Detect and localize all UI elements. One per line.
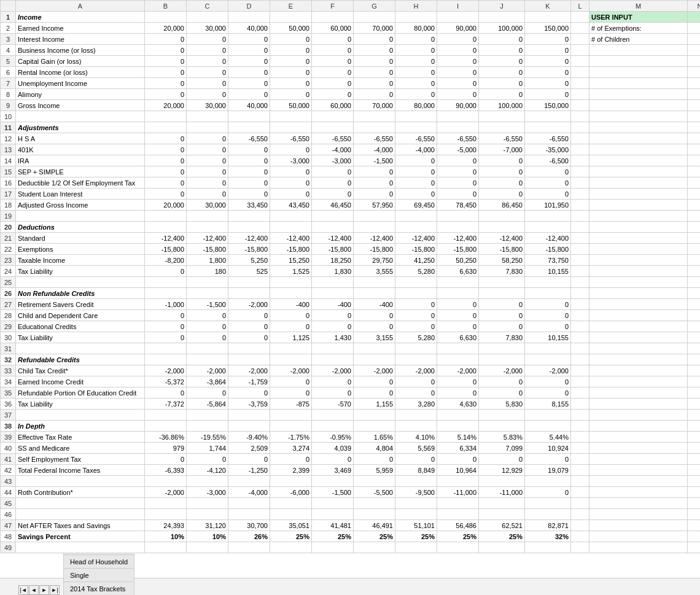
cell-a-45[interactable] [16,498,145,509]
cell-j-15[interactable]: 0 [479,166,525,177]
cell-b-16[interactable]: 0 [145,177,187,189]
cell-i-29[interactable]: 0 [437,321,479,332]
cell-e-22[interactable]: -15,800 [270,244,312,255]
cell-d-32[interactable] [228,354,270,365]
cell-i-48[interactable]: 25% [437,531,479,542]
tab-2014-tax-brackets[interactable]: 2014 Tax Brackets [63,581,134,595]
cell-f-41[interactable]: 0 [312,454,354,465]
cell-d-7[interactable]: 0 [228,78,270,89]
cell-f-9[interactable]: 60,000 [312,100,354,111]
cell-b-8[interactable]: 0 [145,89,187,100]
cell-k-49[interactable] [525,542,571,553]
cell-k-41[interactable]: 0 [525,454,571,465]
cell-k-2[interactable]: 150,000 [525,23,571,34]
cell-c-45[interactable] [187,498,228,509]
cell-h-9[interactable]: 80,000 [395,100,437,111]
cell-h-22[interactable]: -15,800 [395,244,437,255]
cell-h-14[interactable]: 0 [395,155,437,166]
cell-c-6[interactable]: 0 [187,67,228,78]
cell-b-32[interactable] [145,354,187,365]
cell-a-32[interactable]: Refundable Credits [16,354,145,365]
cell-g-21[interactable]: -12,400 [354,233,395,244]
cell-f-14[interactable]: -3,000 [312,155,354,166]
cell-e-18[interactable]: 43,450 [270,200,312,211]
cell-d-37[interactable] [228,410,270,421]
cell-f-47[interactable]: 41,481 [312,520,354,531]
cell-b-18[interactable]: 20,000 [145,200,187,211]
cell-a-21[interactable]: Standard [16,233,145,244]
cell-c-5[interactable]: 0 [187,56,228,67]
cell-j-3[interactable]: 0 [479,34,525,45]
cell-h-23[interactable]: 41,250 [395,255,437,266]
cell-e-11[interactable] [270,122,312,133]
cell-h-11[interactable] [395,122,437,133]
cell-d-43[interactable] [228,476,270,487]
cell-k-5[interactable]: 0 [525,56,571,67]
cell-a-30[interactable]: Tax Liability [16,332,145,343]
cell-b-29[interactable]: 0 [145,321,187,332]
cell-d-17[interactable]: 0 [228,189,270,200]
cell-e-33[interactable]: -2,000 [270,365,312,376]
cell-d-11[interactable] [228,122,270,133]
cell-b-3[interactable]: 0 [145,34,187,45]
cell-c-32[interactable] [187,354,228,365]
cell-a-18[interactable]: Adjusted Gross Income [16,200,145,211]
cell-a-28[interactable]: Child and Dependent Care [16,310,145,321]
cell-j-24[interactable]: 7,830 [479,266,525,277]
cell-e-1[interactable] [270,12,312,23]
cell-a-3[interactable]: Interest Income [16,34,145,45]
cell-g-16[interactable]: 0 [354,177,395,189]
cell-a-33[interactable]: Child Tax Credit* [16,365,145,376]
cell-a-35[interactable]: Refundable Portion Of Education Credit [16,387,145,399]
cell-b-21[interactable]: -12,400 [145,233,187,244]
cell-k-43[interactable] [525,476,571,487]
cell-k-40[interactable]: 10,924 [525,443,571,454]
cell-g-44[interactable]: -5,500 [354,487,395,498]
cell-b-19[interactable] [145,211,187,222]
cell-h-28[interactable]: 0 [395,310,437,321]
cell-g-26[interactable] [354,288,395,299]
cell-e-24[interactable]: 1,525 [270,266,312,277]
cell-i-46[interactable] [437,509,479,520]
cell-f-28[interactable]: 0 [312,310,354,321]
cell-d-13[interactable]: 0 [228,144,270,155]
cell-i-37[interactable] [437,410,479,421]
cell-c-7[interactable]: 0 [187,78,228,89]
cell-a-1[interactable]: Income [16,12,145,23]
cell-i-7[interactable]: 0 [437,78,479,89]
cell-k-1[interactable] [525,12,571,23]
cell-k-18[interactable]: 101,950 [525,200,571,211]
cell-b-22[interactable]: -15,800 [145,244,187,255]
cell-j-27[interactable]: 0 [479,299,525,310]
cell-d-12[interactable]: -6,550 [228,133,270,144]
cell-c-46[interactable] [187,509,228,520]
cell-c-1[interactable] [187,12,228,23]
cell-j-26[interactable] [479,288,525,299]
cell-f-37[interactable] [312,410,354,421]
cell-h-41[interactable]: 0 [395,454,437,465]
cell-g-20[interactable] [354,222,395,233]
cell-h-19[interactable] [395,211,437,222]
cell-a-46[interactable] [16,509,145,520]
cell-e-2[interactable]: 50,000 [270,23,312,34]
cell-j-44[interactable]: -11,000 [479,487,525,498]
cell-g-36[interactable]: 1,155 [354,399,395,410]
cell-g-38[interactable] [354,421,395,432]
cell-j-4[interactable]: 0 [479,45,525,56]
cell-f-20[interactable] [312,222,354,233]
cell-f-48[interactable]: 25% [312,531,354,542]
cell-h-29[interactable]: 0 [395,321,437,332]
cell-a-9[interactable]: Gross Income [16,100,145,111]
cell-b-41[interactable]: 0 [145,454,187,465]
cell-b-42[interactable]: -6,393 [145,465,187,476]
cell-c-19[interactable] [187,211,228,222]
cell-e-3[interactable]: 0 [270,34,312,45]
cell-d-4[interactable]: 0 [228,45,270,56]
cell-d-25[interactable] [228,277,270,288]
cell-j-10[interactable] [479,111,525,122]
cell-e-20[interactable] [270,222,312,233]
cell-d-30[interactable]: 0 [228,332,270,343]
cell-e-44[interactable]: -6,000 [270,487,312,498]
cell-d-6[interactable]: 0 [228,67,270,78]
cell-d-42[interactable]: -1,250 [228,465,270,476]
